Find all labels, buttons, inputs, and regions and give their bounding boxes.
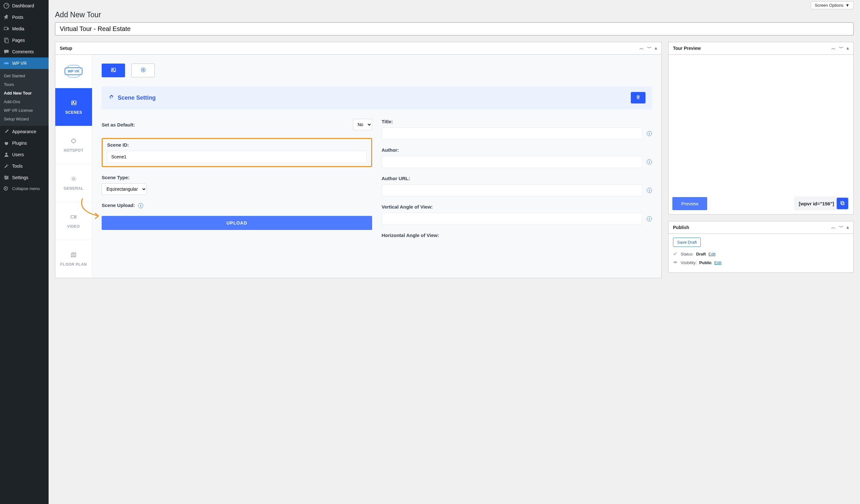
help-icon[interactable]: i (647, 188, 652, 193)
sidebar-label: Appearance (12, 129, 37, 134)
panel-toggle-icon[interactable]: ▴ (847, 224, 849, 230)
author-input[interactable] (382, 156, 643, 168)
upload-button[interactable]: UPLOAD (102, 216, 372, 230)
sidebar-sub-tours[interactable]: Tours (0, 80, 48, 89)
vtab-label: VIDEO (67, 224, 80, 229)
svg-point-20 (73, 178, 74, 180)
sidebar-item-comments[interactable]: Comments (0, 46, 48, 58)
wpvr-logo: WP VR (55, 55, 92, 88)
image-icon (71, 100, 77, 108)
visibility-label: Visibility: (680, 260, 697, 265)
vtab-label: FLOOR PLAN (60, 262, 87, 267)
delete-scene-button[interactable] (631, 92, 645, 103)
status-label: Status: (680, 252, 693, 256)
save-draft-button[interactable]: Save Draft (673, 238, 701, 247)
vtab-general[interactable]: GENERAL (55, 164, 92, 202)
visibility-value: Public (699, 260, 712, 265)
svg-rect-27 (842, 202, 844, 205)
panel-toggle-icon[interactable]: ▴ (655, 45, 657, 51)
scene-tab-current[interactable] (102, 63, 125, 77)
scene-upload-label: Scene Upload: i (102, 203, 372, 208)
set-default-label: Set as Default: (102, 122, 135, 128)
panel-up-icon[interactable]: ︿ (640, 45, 644, 51)
post-title-input[interactable] (55, 23, 854, 35)
user-icon (3, 151, 10, 158)
author-url-label: Author URL: (382, 176, 652, 181)
help-icon[interactable]: i (647, 159, 652, 164)
sidebar-item-media[interactable]: Media (0, 23, 48, 34)
panel-down-icon[interactable]: ﹀ (839, 45, 843, 51)
sidebar-item-posts[interactable]: Posts (0, 12, 48, 23)
dashboard-icon (3, 2, 10, 9)
gear-icon (70, 176, 77, 184)
vtab-floorplan[interactable]: FLOOR PLAN (55, 240, 92, 278)
sidebar-item-settings[interactable]: Settings (0, 172, 48, 183)
sidebar-sub-setup-wizard[interactable]: Setup Wizard (0, 115, 48, 123)
sidebar-label: Pages (12, 38, 25, 43)
scene-id-label: Scene ID: (107, 142, 367, 148)
sidebar-item-tools[interactable]: Tools (0, 160, 48, 172)
svg-point-11 (6, 179, 7, 179)
admin-sidebar: Dashboard Posts Media Pages Comments WP … (0, 0, 48, 504)
vtab-scenes[interactable]: SCENES (55, 88, 92, 126)
preview-button[interactable]: Preview (672, 197, 707, 210)
sidebar-label: Settings (12, 175, 28, 180)
sidebar-label: Dashboard (12, 3, 34, 8)
setup-panel: Setup ︿ ﹀ ▴ WP VR (55, 42, 662, 278)
sidebar-sub-license[interactable]: WP VR License (0, 106, 48, 115)
help-icon[interactable]: i (138, 203, 143, 208)
sidebar-item-dashboard[interactable]: Dashboard (0, 0, 48, 12)
page-icon (3, 37, 10, 43)
panel-toggle-icon[interactable]: ▴ (847, 45, 849, 51)
copy-shortcode-button[interactable] (837, 198, 848, 209)
panel-up-icon[interactable]: ︿ (831, 224, 836, 230)
vtab-hotspot[interactable]: HOTSPOT (55, 126, 92, 164)
panel-down-icon[interactable]: ﹀ (839, 224, 843, 230)
help-icon[interactable]: i (647, 131, 652, 136)
set-default-select[interactable]: No (353, 119, 372, 130)
sidebar-item-plugins[interactable]: Plugins (0, 137, 48, 149)
help-icon[interactable]: i (647, 216, 652, 221)
svg-rect-28 (841, 201, 843, 204)
sidebar-sub-add-new-tour[interactable]: Add New Tour (0, 89, 48, 98)
svg-rect-21 (71, 216, 74, 218)
sidebar-label: Tools (12, 164, 23, 169)
target-icon (70, 138, 77, 146)
plus-icon (141, 68, 145, 73)
scene-tab-add[interactable] (131, 63, 155, 77)
sidebar-sub-add-ons[interactable]: Add-Ons (0, 98, 48, 106)
main-content: Screen Options ▼ Add New Tour Setup ︿ ﹀ … (48, 0, 860, 504)
sidebar-item-wpvr[interactable]: WP VR (0, 58, 48, 69)
title-label: Title: (382, 119, 652, 124)
screen-options-button[interactable]: Screen Options ▼ (811, 1, 854, 9)
collapse-icon (3, 186, 10, 191)
author-url-input[interactable] (382, 184, 643, 196)
edit-status-link[interactable]: Edit (708, 252, 716, 256)
sidebar-item-appearance[interactable]: Appearance (0, 126, 48, 137)
panel-down-icon[interactable]: ﹀ (647, 45, 651, 51)
svg-point-5 (5, 153, 8, 154)
collapse-menu[interactable]: Collapse menu (0, 183, 48, 194)
vertical-angle-input[interactable] (382, 213, 643, 225)
collapse-label: Collapse menu (12, 186, 40, 191)
image-icon (111, 67, 116, 74)
sidebar-label: WP VR (12, 61, 27, 66)
status-value: Draft (696, 252, 706, 256)
eye-icon (673, 260, 678, 265)
media-icon (3, 26, 10, 32)
sidebar-label: Plugins (12, 140, 27, 146)
title-input[interactable] (382, 128, 643, 139)
scene-id-input[interactable] (107, 151, 367, 163)
sidebar-item-pages[interactable]: Pages (0, 34, 48, 46)
panel-up-icon[interactable]: ︿ (831, 45, 836, 51)
vtab-video[interactable]: VIDEO (55, 202, 92, 240)
sidebar-item-users[interactable]: Users (0, 149, 48, 160)
scene-type-select[interactable]: Equirectangular (102, 183, 147, 195)
chevron-down-icon: ▼ (845, 3, 849, 8)
svg-rect-4 (4, 62, 9, 64)
scene-setting-title: Scene Setting (118, 94, 156, 101)
sidebar-sub-get-started[interactable]: Get Started (0, 72, 48, 80)
scene-type-label: Scene Type: (102, 175, 372, 180)
edit-visibility-link[interactable]: Edit (714, 260, 721, 265)
wpvr-icon (3, 60, 10, 66)
